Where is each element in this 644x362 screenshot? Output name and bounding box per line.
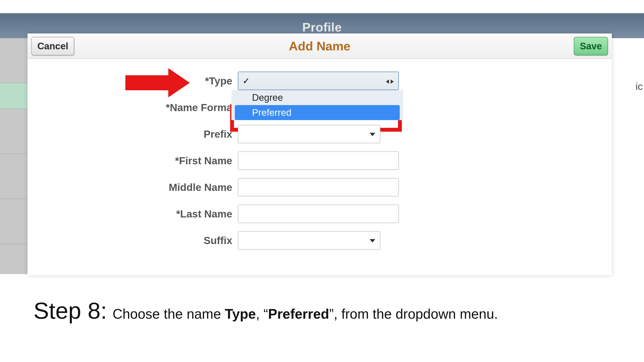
instruction-bold-type: Type — [225, 306, 256, 322]
instruction-text: Step 8: Choose the name Type, “Preferred… — [34, 297, 613, 324]
last-name-input[interactable] — [238, 205, 399, 223]
type-select[interactable]: ✓ — [238, 72, 399, 90]
background-sidebar — [0, 38, 28, 274]
svg-marker-1 — [370, 239, 375, 243]
dropdown-arrows-icon — [386, 76, 394, 86]
first-name-input[interactable] — [238, 151, 399, 170]
chevron-down-icon — [370, 130, 375, 138]
type-dropdown-list: Degree Preferred — [232, 90, 403, 120]
form-row-middle-name: Middle Name — [28, 178, 612, 196]
modal-body: *Type ✓ Degree Preferred *Name Forma Pre — [28, 59, 612, 275]
instruction-pre: Choose the name — [112, 306, 225, 322]
middle-name-label: Middle Name — [28, 181, 238, 193]
background-page-title: Profile — [0, 13, 644, 34]
type-option-degree[interactable]: Degree — [232, 90, 403, 105]
form-row-prefix: Prefix — [28, 125, 612, 143]
background-sidebar-row — [0, 154, 28, 199]
save-button[interactable]: Save — [574, 37, 608, 55]
name-format-label: *Name Forma — [28, 102, 238, 113]
background-truncated-text: ic — [636, 81, 643, 92]
suffix-label: Suffix — [28, 235, 238, 246]
add-name-modal: Cancel Add Name Save *Type ✓ Degree Pref… — [28, 33, 612, 275]
last-name-label: *Last Name — [28, 208, 238, 220]
background-sidebar-row — [0, 109, 28, 154]
form-row-type: *Type ✓ Degree Preferred — [28, 72, 612, 90]
instruction-mid: , “ — [256, 306, 268, 322]
background-sidebar-row — [0, 199, 28, 244]
first-name-label: *First Name — [28, 155, 238, 167]
type-select-wrapper: ✓ Degree Preferred — [238, 72, 399, 90]
prefix-label: Prefix — [28, 128, 238, 140]
checkmark-icon: ✓ — [242, 76, 250, 86]
form-row-first-name: *First Name — [28, 151, 612, 170]
modal-title: Add Name — [289, 39, 350, 53]
instruction-post: ”, from the dropdown menu. — [329, 306, 498, 322]
chevron-down-icon — [370, 237, 375, 244]
form-row-suffix: Suffix — [28, 231, 612, 250]
prefix-select[interactable] — [238, 125, 380, 143]
cancel-button[interactable]: Cancel — [31, 37, 74, 55]
background-sidebar-row-active — [0, 83, 28, 109]
form-row-last-name: *Last Name — [28, 205, 612, 223]
modal-header: Cancel Add Name Save — [28, 33, 612, 59]
instruction-step-label: Step 8: — [34, 297, 107, 324]
type-option-preferred[interactable]: Preferred — [235, 105, 400, 120]
suffix-select[interactable] — [238, 231, 380, 250]
instruction-bold-preferred: Preferred — [268, 306, 329, 322]
instruction-step-text: Choose the name Type, “Preferred”, from … — [112, 306, 498, 322]
middle-name-input[interactable] — [238, 178, 399, 196]
type-label: *Type — [28, 75, 238, 87]
svg-marker-0 — [370, 133, 375, 136]
background-sidebar-row — [0, 38, 28, 83]
